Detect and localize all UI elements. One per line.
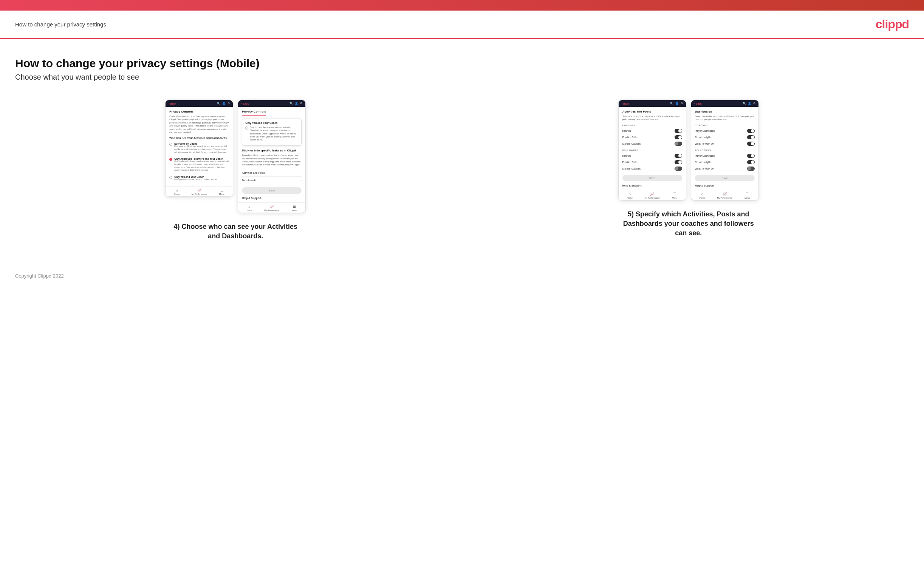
option-everyone[interactable]: Everyone on Clippd Everyone on Clippd ca… [169,140,229,156]
person-icon[interactable]: 👤 [222,102,226,105]
nav-menu-4[interactable]: ☰ Menu [736,192,758,199]
coaches-player-dash-label: Player Dashboard [695,129,715,132]
privacy-tab[interactable]: Privacy Controls [242,110,266,116]
radio-coach-only[interactable] [169,176,172,179]
nav-perf-label-1: My Performance [192,193,207,195]
nav-menu-3[interactable]: ☰ Menu [663,192,685,199]
menu-icon[interactable]: ⚙ [228,102,230,105]
option-approved[interactable]: Only Approved Followers and Your Coach O… [169,156,229,174]
save-button-3[interactable]: Save [622,175,682,181]
chevron-activities: › [301,171,302,174]
phone-4-navbar: ‹ Back 🔍 👤 ⚙ [691,100,758,107]
search-icon-2[interactable]: 🔍 [289,102,293,105]
save-button-4[interactable]: Save [695,175,755,181]
phone-2-back[interactable]: ‹ Back [241,102,249,105]
activities-posts-desc: Select the types of activity that you'd … [622,115,682,121]
main-content: How to change your privacy settings (Mob… [0,39,924,264]
followers-player-dash-toggle[interactable] [747,154,755,158]
phone-4-bottom-nav: ⌂ Home 📈 My Performance ☰ Menu [691,190,758,200]
coaches-drills-toggle[interactable] [675,135,682,139]
search-icon-4[interactable]: 🔍 [743,102,746,105]
radio-popup[interactable] [245,126,248,129]
nav-home-4[interactable]: ⌂ Home [691,192,714,199]
privacy-controls-desc: Control how you and your data appears to… [169,115,229,134]
phone-1-back[interactable]: ‹ Back [168,102,176,105]
radio-everyone[interactable] [169,143,172,146]
followers-what-to-work-label: What To Work On [695,167,714,170]
person-icon-4[interactable]: 👤 [748,102,751,105]
settings-icon-2[interactable]: ⚙ [300,102,302,105]
option-coach-title: Only You and Your Coach [174,176,216,178]
nav-menu-label-1: Menu [219,193,225,195]
mockups-row: ‹ Back 🔍 👤 ⚙ Privacy Controls Control ho… [15,100,909,241]
page-subheading: Choose what you want people to see [15,73,909,82]
section-5: ‹ Back 🔍 👤 ⚙ Activities and Posts Select… [468,100,909,238]
phone-3-back[interactable]: ‹ Back [622,102,629,105]
nav-menu-1[interactable]: ☰ Menu [210,189,233,195]
header-title: How to change your privacy settings [15,21,106,27]
followers-rounds-row: Rounds [622,153,682,159]
phone-4-back[interactable]: ‹ Back [694,102,702,105]
option-approved-desc: Only approved followers and coaches you … [174,160,229,172]
phone-2-navbar: ‹ Back 🔍 👤 ⚙ [238,100,305,107]
nav-perf-2[interactable]: 📈 My Performance [261,205,283,211]
nav-perf-4[interactable]: 📈 My Performance [714,192,736,199]
phone-1: ‹ Back 🔍 👤 ⚙ Privacy Controls Control ho… [165,100,233,197]
dashboards-link-row[interactable]: Dashboards › [242,177,302,184]
coaches-rounds-row: Rounds [622,127,682,134]
followers-player-dash-row: Player Dashboard [695,153,755,159]
settings-icon-4[interactable]: ⚙ [753,102,756,105]
coaches-manual-toggle[interactable] [675,142,682,146]
chart-icon-3: 📈 [650,192,654,196]
who-can-see-title: Who Can See Your Activities and Dashboar… [169,137,229,139]
show-hide-title: Show or hide specific features in Clippd [242,149,302,152]
settings-icon-3[interactable]: ⚙ [681,102,683,105]
popup-box: Only You and Your Coach Only you and the… [242,119,302,146]
followers-drills-row: Practice Drills [622,159,682,165]
followers-round-insights-toggle[interactable] [747,160,755,164]
phone-3: ‹ Back 🔍 👤 ⚙ Activities and Posts Select… [618,100,686,200]
nav-perf-1[interactable]: 📈 My Performance [188,189,210,195]
nav-home-1[interactable]: ⌂ Home [166,189,188,195]
option-approved-text: Only Approved Followers and Your Coach O… [174,158,229,172]
phone-2-bottom-nav: ⌂ Home 📈 My Performance ☰ Menu [238,202,305,213]
coaches-what-to-work-toggle[interactable] [747,142,755,146]
coaches-round-insights-toggle[interactable] [747,135,755,139]
nav-menu-label-4: Menu [745,197,750,199]
coaches-player-dash-toggle[interactable] [747,129,755,133]
nav-menu-2[interactable]: ☰ Menu [283,205,305,211]
home-icon: ⌂ [176,189,178,192]
followers-manual-row: Manual Activities [622,165,682,172]
coaches-rounds-toggle[interactable] [675,129,682,133]
popup-desc: Only you and the coaches you connect wit… [250,126,298,141]
followers-drills-toggle[interactable] [675,160,682,164]
coaches-what-to-work-label: What To Work On [695,142,714,145]
person-icon-3[interactable]: 👤 [675,102,679,105]
phone-2: ‹ Back 🔍 👤 ⚙ Privacy Controls Only You a… [238,100,306,213]
coaches-round-insights-label: Round Insights [695,136,711,139]
nav-home-2[interactable]: ⌂ Home [238,205,260,211]
mockup-pair-5: ‹ Back 🔍 👤 ⚙ Activities and Posts Select… [468,100,909,200]
followers-manual-toggle[interactable] [675,166,682,171]
nav-home-3[interactable]: ⌂ Home [619,192,641,199]
section-4: ‹ Back 🔍 👤 ⚙ Privacy Controls Control ho… [15,100,456,241]
help-label-2: Help & Support [242,197,302,199]
search-icon[interactable]: 🔍 [217,102,220,105]
phone-3-icons: 🔍 👤 ⚙ [670,102,683,105]
phone-4-content: Dashboards Select the dashboards that yo… [691,107,758,190]
mockup-pair-4: ‹ Back 🔍 👤 ⚙ Privacy Controls Control ho… [15,100,456,213]
search-icon-3[interactable]: 🔍 [670,102,674,105]
followers-rounds-toggle[interactable] [675,154,682,158]
radio-approved[interactable] [169,158,172,161]
activities-link-row[interactable]: Activities and Posts › [242,169,302,177]
nav-perf-3[interactable]: 📈 My Performance [641,192,663,199]
followers-what-to-work-toggle[interactable] [747,166,755,171]
nav-perf-label-2: My Performance [264,209,279,211]
dashboards-link-label: Dashboards [242,179,256,182]
header: How to change your privacy settings clip… [0,11,924,39]
option-coach-only[interactable]: Only You and Your Coach Only you and the… [169,174,229,183]
save-button-2[interactable]: Save [242,187,302,194]
phone-4-icons: 🔍 👤 ⚙ [743,102,756,105]
person-icon-2[interactable]: 👤 [295,102,298,105]
show-hide-desc: Regardless of the privacy controls that … [242,154,302,166]
